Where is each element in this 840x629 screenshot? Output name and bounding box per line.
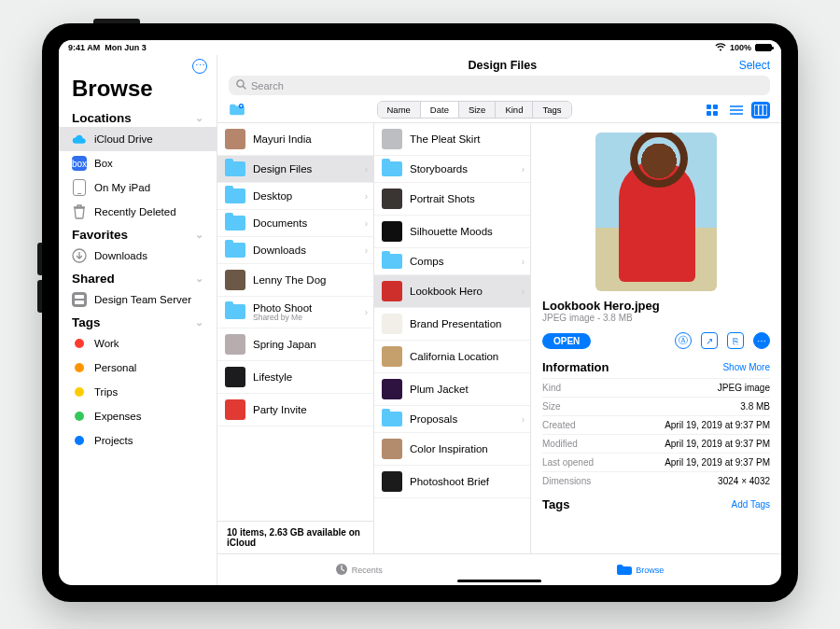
open-button[interactable]: OPEN bbox=[542, 333, 591, 349]
file-row[interactable]: Party Invite bbox=[217, 394, 373, 426]
file-label: Spring Japan bbox=[253, 339, 316, 350]
file-row[interactable]: Proposals› bbox=[374, 406, 530, 433]
file-label: Plum Jacket bbox=[410, 384, 469, 395]
folder-icon bbox=[225, 216, 245, 231]
file-row[interactable]: The Pleat Skirt bbox=[374, 123, 530, 156]
sort-tags[interactable]: Tags bbox=[532, 102, 570, 118]
file-row[interactable]: California Location bbox=[374, 341, 530, 373]
more-actions-icon[interactable]: ⋯ bbox=[753, 332, 770, 349]
file-thumbnail bbox=[225, 334, 245, 355]
sidebar-item-projects[interactable]: Projects bbox=[59, 428, 217, 453]
home-indicator[interactable] bbox=[457, 580, 541, 582]
file-row[interactable]: Documents› bbox=[217, 210, 373, 237]
file-thumbnail bbox=[382, 439, 402, 459]
search-input[interactable]: Search bbox=[229, 76, 770, 95]
file-row[interactable]: Lifestyle bbox=[217, 361, 373, 394]
chevron-right-icon: › bbox=[522, 164, 525, 175]
sort-date[interactable]: Date bbox=[420, 102, 458, 118]
file-row[interactable]: Silhouette Moods bbox=[374, 216, 530, 248]
view-columns-button[interactable] bbox=[751, 102, 770, 119]
info-key: Kind bbox=[542, 383, 561, 393]
add-tags-button[interactable]: Add Tags bbox=[731, 499, 770, 510]
sidebar-item-recently-deleted[interactable]: Recently Deleted bbox=[59, 200, 217, 224]
sidebar-more-icon[interactable]: ⋯ bbox=[192, 59, 207, 74]
file-label: Storyboards bbox=[410, 163, 468, 175]
show-more-button[interactable]: Show More bbox=[722, 362, 770, 372]
file-row[interactable]: Lookbook Hero› bbox=[374, 275, 530, 308]
info-value: April 19, 2019 at 9:37 PM bbox=[665, 457, 770, 468]
chevron-right-icon: › bbox=[365, 218, 368, 229]
section-favorites[interactable]: Favorites⌄ bbox=[59, 224, 217, 244]
sort-name[interactable]: Name bbox=[378, 102, 420, 118]
sidebar-item-label: Trips bbox=[94, 386, 118, 398]
sidebar-item-box[interactable]: boxBox bbox=[59, 151, 217, 175]
file-row[interactable]: Photo ShootShared by Me› bbox=[217, 297, 373, 328]
file-thumbnail bbox=[382, 281, 402, 301]
duplicate-icon[interactable]: ⎘ bbox=[727, 332, 744, 349]
file-row[interactable]: Comps› bbox=[374, 248, 530, 275]
new-folder-button[interactable] bbox=[229, 103, 245, 118]
chevron-right-icon: › bbox=[522, 414, 525, 425]
folder-icon bbox=[617, 564, 632, 577]
file-row[interactable]: Storyboards› bbox=[374, 156, 530, 183]
share-icon[interactable]: ↗ bbox=[701, 332, 718, 349]
download-icon bbox=[72, 248, 87, 263]
sidebar-item-expenses[interactable]: Expenses bbox=[59, 404, 217, 428]
svg-rect-1 bbox=[75, 295, 84, 299]
section-shared[interactable]: Shared⌄ bbox=[59, 268, 217, 287]
folder-icon bbox=[225, 304, 245, 319]
info-key: Dimensions bbox=[542, 476, 591, 486]
sidebar-item-downloads[interactable]: Downloads bbox=[59, 244, 217, 268]
view-grid-button[interactable] bbox=[703, 102, 721, 119]
file-thumbnail bbox=[225, 399, 245, 420]
markup-icon[interactable]: Ⓐ bbox=[675, 332, 692, 349]
column-1: Mayuri IndiaDesign Files›Desktop›Documen… bbox=[217, 123, 374, 553]
file-label: Proposals bbox=[410, 413, 457, 425]
preview-filename: Lookbook Hero.jpeg bbox=[542, 299, 770, 313]
sidebar-item-work[interactable]: Work bbox=[59, 331, 217, 356]
file-row[interactable]: Spring Japan bbox=[217, 328, 373, 361]
sort-segmented[interactable]: NameDateSizeKindTags bbox=[377, 101, 572, 119]
file-row[interactable]: Portrait Shots bbox=[374, 183, 530, 216]
sort-size[interactable]: Size bbox=[458, 102, 495, 118]
section-locations[interactable]: Locations⌄ bbox=[59, 107, 217, 127]
sort-kind[interactable]: Kind bbox=[495, 102, 532, 118]
select-button[interactable]: Select bbox=[739, 59, 770, 72]
file-label: Lenny The Dog bbox=[253, 274, 326, 286]
sidebar-item-label: Recently Deleted bbox=[94, 206, 176, 217]
column-1-status: 10 items, 2.63 GB available on iCloud bbox=[217, 521, 373, 553]
folder-icon bbox=[382, 161, 402, 176]
info-key: Last opened bbox=[542, 457, 594, 468]
file-row[interactable]: Photoshoot Brief bbox=[374, 466, 530, 498]
info-key: Size bbox=[542, 401, 560, 412]
sidebar-item-on-my-ipad[interactable]: On My iPad bbox=[59, 175, 217, 200]
file-label: Brand Presentation bbox=[410, 318, 501, 329]
chevron-right-icon: › bbox=[365, 164, 368, 175]
file-row[interactable]: Color Inspiration bbox=[374, 433, 530, 466]
sidebar-item-design-team-server[interactable]: Design Team Server bbox=[59, 287, 217, 312]
file-thumbnail bbox=[382, 314, 402, 334]
info-row: Dimensions3024 × 4032 bbox=[542, 471, 770, 490]
sidebar-item-personal[interactable]: Personal bbox=[59, 356, 217, 380]
file-row[interactable]: Plum Jacket bbox=[374, 373, 530, 406]
sidebar-item-label: Downloads bbox=[94, 250, 147, 261]
cloud-icon bbox=[72, 132, 87, 147]
file-row[interactable]: Downloads› bbox=[217, 237, 373, 264]
file-row[interactable]: Desktop› bbox=[217, 183, 373, 210]
info-key: Modified bbox=[542, 439, 578, 449]
file-row[interactable]: Design Files› bbox=[217, 156, 373, 183]
file-label: Comps bbox=[410, 256, 443, 267]
file-row[interactable]: Brand Presentation bbox=[374, 308, 530, 341]
tab-recents[interactable]: Recents bbox=[335, 563, 383, 578]
file-thumbnail bbox=[382, 129, 402, 149]
view-list-button[interactable] bbox=[727, 102, 746, 119]
tags-heading: Tags bbox=[542, 497, 569, 511]
file-row[interactable]: Lenny The Dog bbox=[217, 264, 373, 297]
file-row[interactable]: Mayuri India bbox=[217, 123, 373, 156]
sidebar-item-trips[interactable]: Trips bbox=[59, 380, 217, 404]
tab-browse[interactable]: Browse bbox=[617, 564, 664, 577]
tag-dot-icon bbox=[72, 433, 87, 448]
file-label: Silhouette Moods bbox=[410, 226, 493, 237]
sidebar-item-icloud-drive[interactable]: iCloud Drive bbox=[59, 127, 217, 151]
section-tags[interactable]: Tags⌄ bbox=[59, 312, 217, 331]
